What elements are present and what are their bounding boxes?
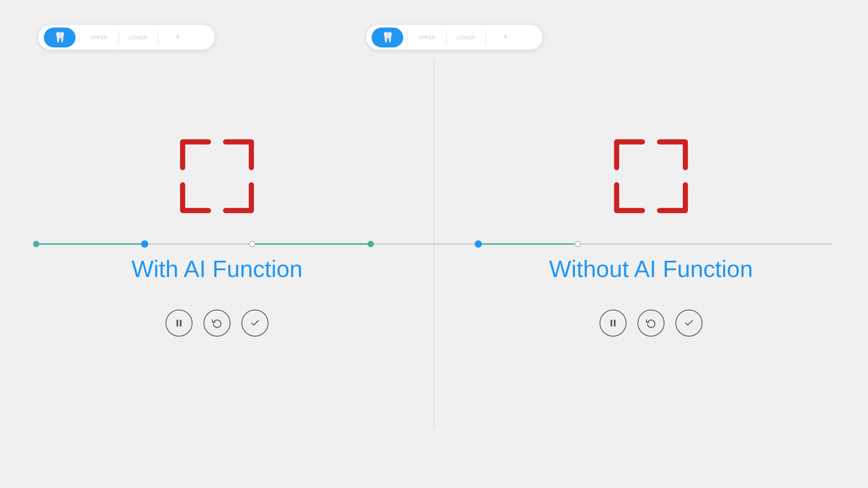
pause-btn-right[interactable]	[599, 310, 627, 337]
divider-1	[79, 31, 80, 44]
toolbar-right: 🦷 UPPER LOWER +	[366, 25, 542, 50]
check-btn-right[interactable]	[675, 310, 703, 337]
plus-icon-left: +	[175, 32, 180, 42]
check-icon-right	[684, 318, 694, 328]
divider-3	[158, 31, 158, 44]
refresh-icon-right	[646, 318, 656, 328]
progress-dot-5[interactable]	[475, 240, 482, 248]
progress-dot-6	[575, 241, 581, 247]
progress-dot-1	[33, 241, 39, 247]
pause-icon-right	[608, 318, 618, 328]
pause-btn-left[interactable]	[165, 310, 193, 337]
right-panel-label: Without AI Function	[549, 255, 753, 282]
divider-5	[446, 31, 447, 44]
tooth-icon-right: 🦷	[382, 32, 394, 43]
progress-dot-2[interactable]	[141, 240, 148, 248]
right-panel-controls	[599, 310, 703, 337]
lower-btn-left[interactable]: LOWER	[123, 28, 154, 47]
tooth-btn-left[interactable]: 🦷	[44, 28, 75, 47]
plus-icon-right: +	[503, 32, 508, 42]
left-panel-label: With AI Function	[132, 255, 303, 282]
refresh-btn-right[interactable]	[637, 310, 665, 337]
progress-dot-4	[368, 241, 374, 247]
upper-btn-right[interactable]: UPPER	[411, 28, 443, 47]
scan-frame-left	[174, 133, 260, 219]
upper-label-right: UPPER	[418, 35, 435, 40]
tooth-icon-left: 🦷	[54, 32, 66, 43]
lower-btn-right[interactable]: LOWER	[450, 28, 482, 47]
tooth-btn-right[interactable]: 🦷	[372, 28, 403, 47]
progress-dot-3	[249, 241, 255, 247]
divider-2	[118, 31, 119, 44]
pause-icon-left	[174, 318, 184, 328]
svg-rect-0	[177, 320, 179, 327]
right-panel: Without AI Function	[434, 59, 868, 429]
svg-rect-3	[614, 320, 616, 327]
lower-label-right: LOWER	[457, 35, 475, 40]
divider-4	[407, 31, 407, 44]
refresh-btn-left[interactable]	[203, 310, 231, 337]
check-btn-left[interactable]	[241, 310, 269, 337]
svg-rect-2	[611, 320, 613, 327]
scan-frame-right	[608, 133, 694, 219]
left-panel-controls	[165, 310, 269, 337]
toolbar-left: 🦷 UPPER LOWER +	[38, 25, 215, 50]
plus-btn-right[interactable]: +	[490, 28, 521, 47]
upper-label-left: UPPER	[90, 35, 108, 40]
upper-btn-left[interactable]: UPPER	[83, 28, 115, 47]
plus-btn-left[interactable]: +	[162, 28, 193, 47]
lower-label-left: LOWER	[129, 35, 147, 40]
refresh-icon-left	[212, 318, 222, 328]
svg-rect-1	[180, 320, 182, 327]
check-icon-left	[250, 318, 260, 328]
divider-6	[486, 31, 486, 44]
